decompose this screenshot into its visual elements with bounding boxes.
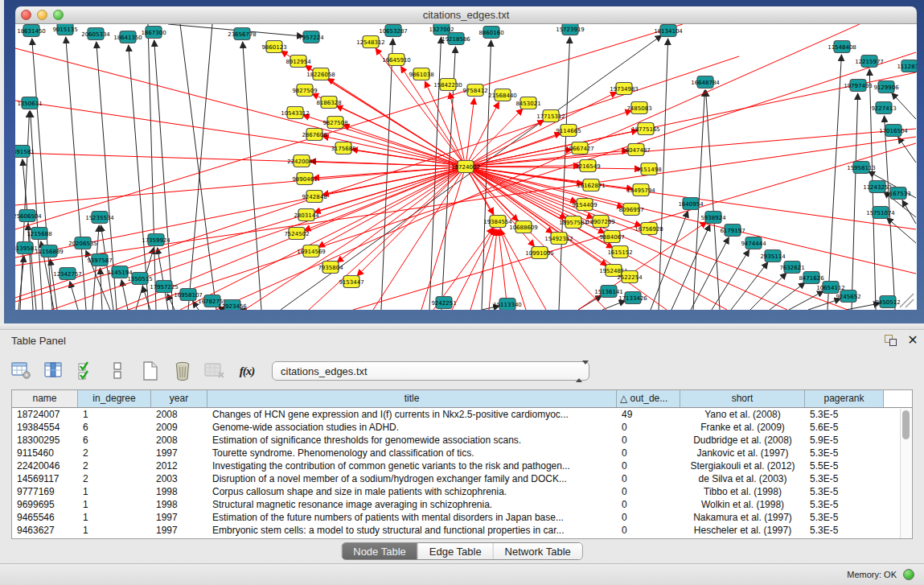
table-mode-icon[interactable] (11, 360, 32, 381)
table-cell-year[interactable]: 1998 (151, 498, 207, 511)
function-builder-icon[interactable]: f(x) (236, 360, 257, 381)
table-cell-title[interactable]: Estimation of the future numbers of pati… (207, 511, 617, 524)
table-cell-out_de[interactable]: 0 (617, 511, 680, 524)
graph-node[interactable]: 17957225 (150, 281, 179, 293)
graph-node[interactable]: 9227413 (871, 102, 896, 114)
table-cell-pagerank[interactable]: 5.9E-5 (805, 434, 884, 447)
table-cell-out_de[interactable]: 0 (617, 459, 680, 472)
graph-node[interactable]: 21568440 (488, 89, 517, 101)
graph-node[interactable]: 8860160 (478, 27, 503, 39)
graph-node[interactable]: 19797493 (844, 80, 873, 92)
graph-node[interactable]: 3391581 (15, 146, 35, 158)
table-cell-short[interactable]: Tibbo et al. (1998) (680, 485, 805, 498)
graph-node[interactable]: 9397587 (87, 254, 112, 266)
graph-node[interactable]: 9474444 (741, 237, 766, 249)
graph-node[interactable]: 1867300 (141, 27, 166, 39)
graph-node[interactable]: 10543312 (281, 107, 310, 119)
table-cell-name[interactable]: 9463627 (12, 524, 78, 537)
table-cell-short[interactable]: Yano et al. (2008) (680, 408, 805, 421)
resize-grip-icon[interactable] (900, 294, 914, 307)
node-table[interactable]: namein_degreeyeartitle△ out_de...shortpa… (11, 389, 913, 539)
graph-node[interactable]: 16047487 (622, 144, 651, 156)
graph-node[interactable]: 1215688 (27, 228, 51, 240)
delete-column-icon[interactable] (172, 360, 193, 381)
table-row[interactable]: 1872400712008Changes of HCN gene express… (12, 408, 912, 421)
graph-node[interactable]: 9154409 (572, 199, 597, 211)
graph-node[interactable]: 9860123 (261, 41, 286, 53)
tab-edge-table[interactable]: Edge Table (418, 543, 494, 559)
table-cell-title[interactable]: Changes of HCN gene expression and I(f) … (207, 408, 617, 421)
graph-node[interactable]: 18775165 (631, 123, 660, 135)
scrollbar-thumb[interactable] (902, 410, 910, 439)
table-cell-out_de[interactable]: 0 (617, 472, 680, 485)
table-row[interactable]: 2242004622012Investigating the contribut… (12, 459, 912, 472)
graph-node[interactable]: 9758412 (462, 84, 487, 97)
table-row[interactable]: 1938455462009Genome-wide association stu… (12, 421, 912, 434)
table-cell-out_de[interactable]: 49 (617, 408, 680, 421)
table-cell-pagerank[interactable]: 5.3E-5 (805, 408, 884, 421)
table-cell-short[interactable]: Wolkin et al. (1998) (680, 498, 805, 511)
graph-node[interactable]: 10991095 (525, 247, 554, 259)
graph-node[interactable]: 9861038 (409, 68, 433, 80)
graph-node[interactable]: 1112833 (897, 60, 917, 72)
table-cell-out_de[interactable]: 0 (617, 498, 680, 511)
table-cell-year[interactable]: 2012 (151, 459, 207, 472)
table-cell-pagerank[interactable]: 5.3E-5 (805, 485, 884, 498)
window-titlebar[interactable]: citations_edges.txt (15, 6, 917, 24)
table-cell-in_degree[interactable]: 2 (78, 459, 151, 472)
graph-node[interactable]: 17715312 (536, 110, 565, 122)
graph-node[interactable]: 22420046 (287, 155, 316, 167)
table-cell-pagerank[interactable]: 5.3E-5 (805, 511, 884, 524)
graph-node[interactable]: 15492312 (544, 233, 573, 245)
graph-node[interactable]: 3216549 (575, 160, 600, 172)
column-header-in_degree[interactable]: in_degree (78, 390, 151, 407)
table-cell-title[interactable]: Estimation of significance thresholds fo… (207, 434, 617, 447)
table-cell-in_degree[interactable]: 1 (78, 408, 151, 421)
graph-node[interactable]: 16648784 (691, 76, 720, 89)
table-cell-in_degree[interactable]: 1 (78, 485, 151, 498)
graph-node[interactable]: 3175685 (331, 142, 355, 154)
graph-node[interactable]: 8912954 (285, 56, 311, 68)
graph-node[interactable]: 9827508 (322, 117, 347, 129)
table-cell-out_de[interactable]: 0 (617, 421, 680, 434)
graph-node[interactable]: 18134104 (654, 25, 683, 37)
table-cell-name[interactable]: 18300295 (12, 434, 78, 447)
table-cell-in_degree[interactable]: 2 (78, 447, 151, 459)
graph-node[interactable]: 7485083 (626, 102, 651, 114)
graph-node[interactable]: 12215977 (855, 56, 884, 68)
table-cell-title[interactable]: Investigating the contribution of common… (207, 459, 617, 472)
table-cell-pagerank[interactable]: 5.6E-5 (805, 421, 884, 434)
table-row[interactable]: 946554611997Estimation of the future num… (12, 511, 912, 524)
float-panel-icon[interactable] (885, 335, 898, 347)
graph-node[interactable]: 7632621 (779, 262, 804, 274)
table-cell-in_degree[interactable]: 1 (78, 498, 151, 511)
table-cell-pagerank[interactable]: 5.3E-5 (805, 498, 884, 511)
graph-node[interactable]: 11548408 (827, 41, 856, 53)
graph-node[interactable]: 18957584 (559, 216, 588, 229)
column-header-name[interactable]: name (12, 390, 78, 407)
graph-node[interactable]: 2867608 (302, 129, 326, 141)
memory-status-icon[interactable] (903, 569, 914, 580)
table-cell-short[interactable]: Hescheler et al. (1997) (680, 524, 805, 537)
table-cell-name[interactable]: 14569117 (12, 472, 78, 485)
graph-node[interactable]: 7957224 (298, 31, 324, 43)
table-row[interactable]: 977716911998Corpus callosum shape and si… (12, 485, 912, 498)
table-cell-title[interactable]: Tourette syndrome. Phenomenology and cla… (207, 447, 617, 459)
table-cell-pagerank[interactable]: 5.3E-5 (805, 472, 884, 485)
table-row[interactable]: 1830029562008Estimation of significance … (12, 434, 912, 447)
table-cell-short[interactable]: de Silva et al. (2003) (680, 472, 805, 485)
column-header-pagerank[interactable]: pagerank (805, 390, 884, 407)
table-cell-pagerank[interactable]: 5.5E-5 (805, 459, 884, 472)
graph-node[interactable]: 6179197 (720, 225, 745, 237)
graph-node[interactable]: 18631450 (17, 25, 46, 37)
table-cell-in_degree[interactable]: 6 (78, 434, 151, 447)
table-cell-out_de[interactable]: 0 (617, 524, 680, 537)
graph-node[interactable]: 2803144 (294, 209, 319, 221)
graph-node[interactable]: 19734983 (610, 83, 639, 95)
graph-node[interactable]: 8471626 (799, 272, 824, 284)
table-cell-short[interactable]: Franke et al. (2009) (680, 421, 805, 434)
split-pane-divider[interactable] (0, 323, 924, 330)
table-row[interactable]: 911546021997Tourette syndrome. Phenomeno… (12, 447, 912, 459)
graph-node[interactable]: 25606504 (15, 210, 42, 222)
table-cell-year[interactable]: 2003 (151, 472, 207, 485)
